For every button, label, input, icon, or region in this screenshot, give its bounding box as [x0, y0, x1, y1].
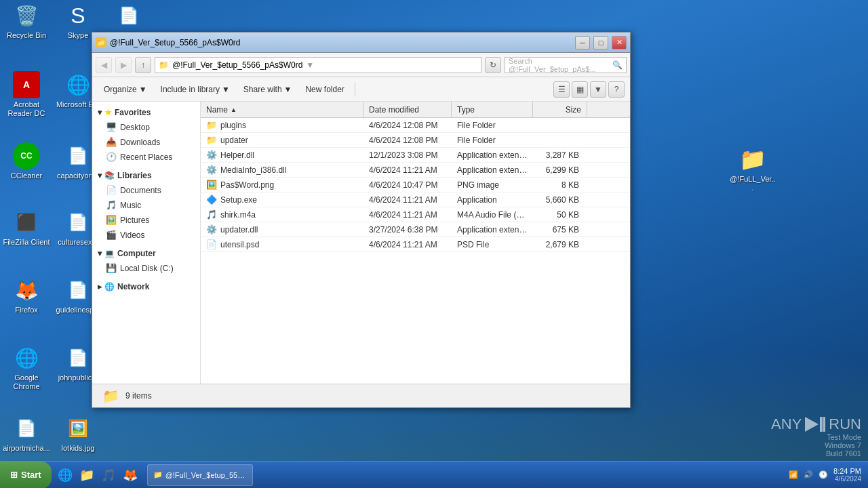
table-row[interactable]: 🎵 shirk.m4a 4/6/2024 11:21 AM M4A Audio … — [201, 207, 630, 222]
file-type-icon: 📁 — [206, 135, 217, 146]
sidebar-item-recent[interactable]: 🕐 Recent Places — [92, 150, 200, 165]
view-list-button[interactable]: ☰ — [553, 81, 570, 98]
file-type-cell: PNG image — [452, 180, 533, 190]
quick-explorer[interactable]: 📁 — [77, 465, 97, 485]
search-bar[interactable]: Search @!Full_Ver_$etup_pAs$... 🔍 — [505, 57, 627, 73]
sidebar-item-music[interactable]: 🎵 Music — [92, 198, 200, 213]
desktop-icon-folder-right[interactable]: 📁 @!FuLL_Ver... — [729, 146, 776, 192]
quick-firefox[interactable]: 🦊 — [120, 465, 140, 485]
anyrun-play-icon — [805, 417, 825, 432]
file-type-cell: Application extension — [452, 225, 533, 235]
network-header[interactable]: ▸ 🌐 Network — [92, 279, 200, 294]
desktop-icon-doc1[interactable]: 📄 — [105, 2, 153, 31]
file-type-cell: File Folder — [452, 121, 533, 130]
sidebar-section-favorites: ▾ ★ Favorites 🖥️ Desktop 📥 Downloads 🕐 — [92, 105, 200, 165]
windows-icon: ⊞ — [10, 470, 18, 480]
address-bar[interactable]: 📁 @!Full_Ver_$etup_5566_pAs$W0rd ▼ — [155, 57, 481, 73]
new-folder-button[interactable]: New folder — [299, 80, 350, 99]
table-row[interactable]: ⚙️ updater.dll 3/27/2024 6:38 PM Applica… — [201, 222, 630, 237]
table-row[interactable]: ⚙️ Helper.dll 12/1/2023 3:08 PM Applicat… — [201, 148, 630, 163]
close-button[interactable]: ✕ — [612, 36, 627, 49]
file-date-cell: 4/6/2024 11:21 AM — [363, 165, 452, 175]
chevron-down-icon-libs: ▾ — [98, 171, 102, 180]
sidebar-item-desktop[interactable]: 🖥️ Desktop — [92, 120, 200, 135]
system-tray: 📶 🔊 🕐 8:24 PM 4/6/2024 — [782, 467, 868, 483]
desktop-icon-chrome[interactable]: 🌐 Google Chrome — [3, 344, 50, 391]
sidebar-section-network: ▸ 🌐 Network — [92, 279, 200, 294]
file-type-cell: Application extension — [452, 150, 533, 160]
file-size-cell: 675 KB — [533, 225, 587, 235]
start-button[interactable]: ⊞ Start — [0, 462, 52, 489]
desktop-icon-ccleaner[interactable]: CC CCleaner — [3, 142, 50, 180]
file-size-cell: 2,679 KB — [533, 240, 587, 249]
local-disk-icon: 💾 — [106, 263, 117, 274]
file-date-cell: 4/6/2024 11:21 AM — [363, 195, 452, 205]
window-icon: 📁 — [96, 37, 106, 48]
libraries-header[interactable]: ▾ 📚 Libraries — [92, 168, 200, 183]
minimize-button[interactable]: ─ — [575, 36, 590, 49]
view-details-button[interactable]: ▦ — [572, 81, 588, 98]
anyrun-run-text: RUN — [829, 415, 861, 433]
volume-tray-icon: 🔊 — [804, 470, 813, 479]
table-row[interactable]: ⚙️ MediaInfo_i386.dll 4/6/2024 11:21 AM … — [201, 163, 630, 178]
column-header-name[interactable]: Name ▲ — [201, 102, 363, 117]
sidebar-item-downloads[interactable]: 📥 Downloads — [92, 135, 200, 150]
column-header-date[interactable]: Date modified — [363, 102, 452, 117]
column-header-size[interactable]: Size — [533, 102, 587, 117]
table-row[interactable]: 🖼️ Pas$Word.png 4/6/2024 10:47 PM PNG im… — [201, 178, 630, 192]
sidebar-item-documents[interactable]: 📄 Documents — [92, 183, 200, 198]
quick-media[interactable]: 🎵 — [98, 465, 119, 485]
favorites-header[interactable]: ▾ ★ Favorites — [92, 105, 200, 120]
anyrun-logo: ANY RUN — [771, 415, 861, 433]
view-options-button[interactable]: ▼ — [590, 81, 606, 98]
file-date-cell: 4/6/2024 11:21 AM — [363, 240, 452, 249]
file-size-cell: 50 KB — [533, 210, 587, 220]
column-header-type[interactable]: Type — [452, 102, 533, 117]
sidebar-item-pictures[interactable]: 🖼️ Pictures — [92, 213, 200, 228]
desktop-icon-acrobat[interactable]: A Acrobat Reader DC — [3, 71, 50, 118]
file-type-icon: 🔷 — [206, 195, 217, 205]
network-tray-icon: 📶 — [789, 470, 798, 479]
table-row[interactable]: 📁 plugins 4/6/2024 12:08 PM File Folder — [201, 118, 630, 133]
help-button[interactable]: ? — [608, 81, 625, 98]
table-row[interactable]: 📄 utensil.psd 4/6/2024 11:21 AM PSD File… — [201, 237, 630, 252]
desktop-icon-lotkids[interactable]: 🖼️ lotkids.jpg — [54, 415, 102, 453]
file-date-cell: 4/6/2024 12:08 PM — [363, 121, 452, 130]
include-in-library-button[interactable]: Include in library ▼ — [155, 80, 236, 99]
file-type-icon: 📄 — [206, 239, 217, 250]
quick-ie[interactable]: 🌐 — [55, 465, 75, 485]
share-with-button[interactable]: Share with ▼ — [237, 80, 298, 99]
desktop-icon-firefox[interactable]: 🦊 Firefox — [3, 277, 50, 314]
file-type-icon: ⚙️ — [206, 224, 217, 235]
file-list: Name ▲ Date modified Type Size � — [201, 102, 630, 384]
organize-button[interactable]: Organize ▼ — [98, 80, 153, 99]
sidebar-item-videos[interactable]: 🎬 Videos — [92, 228, 200, 243]
taskbar-running-items: 📁 @!Full_Ver_$etup_5566_pAs$W0rd — [144, 464, 782, 486]
quick-launch: 🌐 📁 🎵 🦊 — [52, 465, 144, 485]
svg-rect-1 — [820, 417, 823, 432]
computer-header[interactable]: ▾ 💻 Computer — [92, 246, 200, 261]
content-area: ▾ ★ Favorites 🖥️ Desktop 📥 Downloads 🕐 — [92, 102, 630, 384]
table-row[interactable]: 🔷 Setup.exe 4/6/2024 11:21 AM Applicatio… — [201, 192, 630, 207]
file-size-cell: 3,287 KB — [533, 150, 587, 160]
desktop-icon-recycle-bin[interactable]: 🗑️ Recycle Bin — [3, 2, 50, 40]
anyrun-text: ANY — [771, 415, 802, 433]
sidebar-item-local-disk[interactable]: 💾 Local Disk (C:) — [92, 261, 200, 276]
music-icon: 🎵 — [106, 200, 117, 211]
desktop-icon-airport[interactable]: 📄 airportmicha... — [3, 415, 50, 453]
desktop-icon-filezilla[interactable]: ⬛ FileZilla Client — [3, 209, 50, 247]
forward-button[interactable]: ▶ — [115, 57, 132, 73]
table-row[interactable]: 📁 updater 4/6/2024 12:08 PM File Folder — [201, 133, 630, 148]
star-icon: ★ — [104, 108, 112, 117]
taskbar-explorer-item[interactable]: 📁 @!Full_Ver_$etup_5566_pAs$W0rd — [147, 464, 253, 486]
refresh-button[interactable]: ↻ — [485, 57, 501, 73]
back-button[interactable]: ◀ — [96, 57, 112, 73]
file-type-icon: ⚙️ — [206, 165, 217, 176]
taskbar-clock[interactable]: 8:24 PM 4/6/2024 — [833, 467, 861, 483]
svg-marker-0 — [805, 417, 818, 432]
sidebar-section-computer: ▾ 💻 Computer 💾 Local Disk (C:) — [92, 246, 200, 276]
file-name-cell: 🖼️ Pas$Word.png — [201, 180, 363, 190]
up-button[interactable]: ↑ — [135, 57, 151, 73]
status-bar: 📁 9 items — [92, 384, 630, 407]
maximize-button[interactable]: □ — [593, 36, 608, 49]
